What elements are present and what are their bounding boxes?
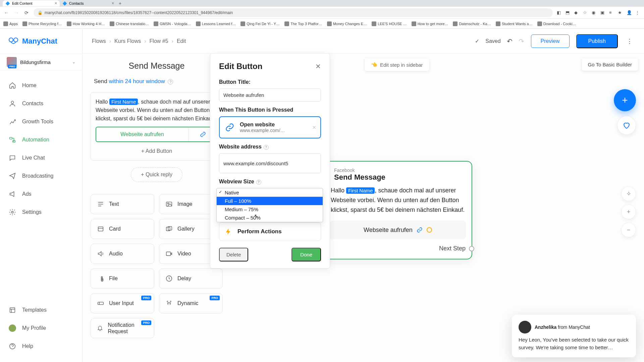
- dropdown-option[interactable]: Medium – 75%: [217, 205, 323, 214]
- dropdown-option[interactable]: Native: [217, 188, 323, 197]
- preview-button[interactable]: Preview: [531, 35, 570, 48]
- crumb[interactable]: Flow #5: [150, 38, 168, 44]
- dropdown-option[interactable]: Full – 100%: [217, 197, 323, 205]
- block-dynamic[interactable]: DynamicPRO: [159, 293, 223, 313]
- info-icon[interactable]: ?: [168, 79, 173, 84]
- browser-tab[interactable]: 🔷 Contacts ×: [60, 0, 117, 6]
- block-card[interactable]: Card: [91, 219, 154, 239]
- back-button[interactable]: ←: [3, 10, 9, 16]
- nav-home[interactable]: Home: [0, 76, 82, 95]
- new-tab-button[interactable]: +: [117, 1, 123, 6]
- extension-icon[interactable]: ◧: [557, 10, 562, 15]
- nav-broadcasting[interactable]: Broadcasting: [0, 167, 82, 185]
- zoom-out-button[interactable]: −: [621, 223, 636, 237]
- profile-icon[interactable]: 👤: [627, 10, 632, 15]
- bookmark[interactable]: Qing Fei De Yi - Y…: [240, 21, 280, 26]
- website-address-input[interactable]: [219, 153, 321, 173]
- bookmark[interactable]: Lessons Learned f…: [196, 21, 236, 26]
- dropdown-option[interactable]: Compact – 50%: [217, 214, 323, 222]
- bookmark[interactable]: How to get more…: [412, 21, 448, 26]
- undo-button[interactable]: ↶: [507, 37, 513, 45]
- block-text[interactable]: Text: [91, 194, 154, 214]
- message-editor[interactable]: Hallo First Name, schaue doch mal auf un…: [91, 92, 223, 161]
- flow-canvas[interactable]: 👈 Edit step in sidebar Go To Basic Build…: [83, 54, 644, 362]
- extension-icon[interactable]: ◆: [574, 10, 580, 15]
- nav-help[interactable]: Help: [0, 337, 82, 355]
- extension-icon[interactable]: ▣: [600, 10, 606, 15]
- add-button[interactable]: + Add Button: [96, 142, 218, 160]
- flow-node[interactable]: Facebook Send Message Hallo First Name, …: [323, 161, 472, 259]
- bookmark[interactable]: How Working 4 H…: [67, 21, 105, 26]
- bookmark[interactable]: LEE'S HOUSE …: [372, 21, 407, 26]
- webview-size-select[interactable]: Native Full – 100% Medium – 75% Compact …: [219, 188, 321, 201]
- node-button[interactable]: Webseite aufrufen: [329, 221, 466, 239]
- nav-automation[interactable]: Automation: [0, 131, 82, 149]
- window-link[interactable]: within 24 hour window: [109, 78, 165, 84]
- next-step[interactable]: Next Step: [439, 245, 474, 252]
- workspace-selector[interactable]: PRO Bildungsfirma ⌄: [0, 54, 82, 70]
- chat-popup[interactable]: Anzhelika from ManyChat Hey Leon, You've…: [512, 315, 636, 357]
- nav-ads[interactable]: Ads: [0, 185, 82, 203]
- bookmark[interactable]: GMSN - Vologda…: [154, 21, 191, 26]
- message-button[interactable]: Webseite aufrufen: [96, 127, 218, 142]
- crumb[interactable]: Kurs Flows: [114, 38, 141, 44]
- block-userinput[interactable]: User InputPRO: [91, 293, 154, 313]
- crumb[interactable]: Edit: [177, 38, 186, 44]
- block-file[interactable]: File: [91, 268, 154, 289]
- reload-button[interactable]: ⟳: [23, 10, 30, 16]
- nav-contacts[interactable]: Contacts: [0, 95, 82, 113]
- close-icon[interactable]: ×: [55, 1, 57, 6]
- goto-basic-builder[interactable]: Go To Basic Builder: [582, 58, 638, 71]
- connector-dot[interactable]: [427, 227, 432, 233]
- zoom-in-button[interactable]: +: [621, 204, 636, 219]
- bookmark[interactable]: Download - Cooki…: [537, 21, 576, 26]
- bookmark[interactable]: Student Wants a…: [496, 21, 533, 26]
- kebab-menu[interactable]: ⋮: [625, 35, 635, 48]
- help-icon[interactable]: ?: [256, 180, 261, 185]
- nav-templates[interactable]: Templates: [0, 301, 82, 319]
- extension-icon[interactable]: ≡: [609, 10, 614, 15]
- nav-settings[interactable]: Settings: [0, 203, 82, 221]
- quick-reply-button[interactable]: + Quick reply: [131, 167, 182, 182]
- delete-button[interactable]: Delete: [219, 248, 248, 261]
- bookmark[interactable]: Datenschutz - Ka…: [453, 21, 491, 26]
- redo-button[interactable]: ↷: [519, 37, 524, 45]
- forward-button[interactable]: →: [13, 10, 19, 16]
- nav-profile[interactable]: My Profile: [0, 319, 82, 337]
- block-audio[interactable]: Audio: [91, 244, 154, 264]
- extension-icon[interactable]: ⬒: [566, 10, 571, 15]
- extension-icon[interactable]: ★: [618, 10, 623, 15]
- variable-chip[interactable]: First Name: [109, 99, 138, 105]
- help-icon[interactable]: ?: [264, 145, 269, 150]
- bookmark[interactable]: Phone Recycling f…: [22, 21, 62, 26]
- block-delay[interactable]: Delay: [159, 268, 223, 289]
- menu-icon[interactable]: ⋮: [635, 10, 641, 15]
- url-input[interactable]: 🔒 manychat.com/fb198150200819206118/cms/…: [34, 8, 553, 17]
- edit-step-pill[interactable]: 👈 Edit step in sidebar: [365, 58, 429, 71]
- browser-tab-active[interactable]: 🔷 Edit Content ×: [3, 0, 60, 6]
- publish-button[interactable]: Publish: [576, 34, 618, 48]
- logo[interactable]: ManyChat: [0, 29, 82, 54]
- perform-actions-card[interactable]: Perform Actions: [219, 222, 321, 241]
- nav-livechat[interactable]: Live Chat: [0, 149, 82, 167]
- action-card[interactable]: Open website www.example.com/… ✕: [219, 116, 321, 138]
- close-icon[interactable]: ✕: [315, 62, 321, 70]
- block-notification[interactable]: Notification RequestPRO: [91, 318, 154, 338]
- button-title-input[interactable]: [219, 88, 321, 102]
- bookmark[interactable]: Chinese translatio…: [110, 21, 149, 26]
- close-icon[interactable]: ×: [112, 1, 114, 6]
- connector-dot[interactable]: [469, 246, 474, 251]
- extension-icon[interactable]: ☆: [583, 10, 588, 15]
- bookmark[interactable]: Apps: [3, 21, 18, 26]
- nav-growth[interactable]: Growth Tools: [0, 113, 82, 131]
- done-button[interactable]: Done: [291, 248, 321, 261]
- crumb[interactable]: Flows: [92, 38, 106, 44]
- favorite-fab[interactable]: [617, 116, 636, 135]
- autofit-button[interactable]: ✧: [621, 186, 636, 201]
- bookmark[interactable]: The Top 3 Platfor…: [284, 21, 322, 26]
- pro-badge: PRO: [8, 65, 16, 68]
- bookmark[interactable]: Money Changes E…: [327, 21, 367, 26]
- extension-icon[interactable]: ◉: [592, 10, 597, 15]
- add-step-fab[interactable]: +: [614, 89, 636, 111]
- close-icon[interactable]: ✕: [312, 124, 316, 131]
